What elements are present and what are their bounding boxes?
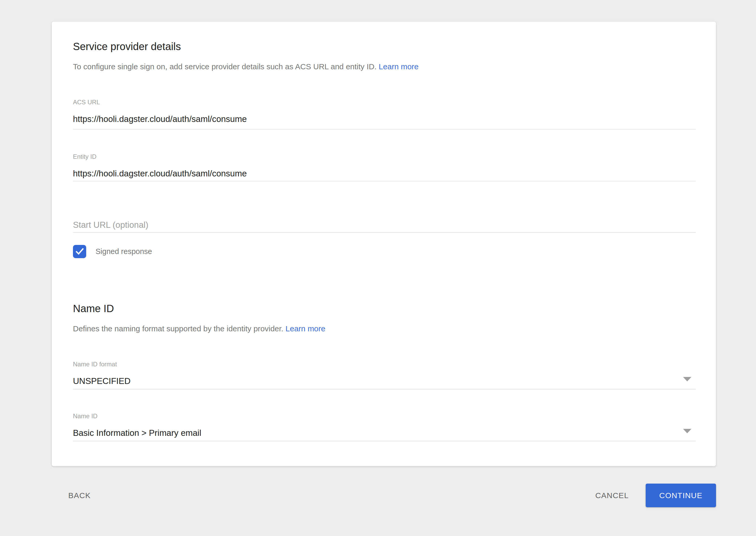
name-id-description: Defines the naming format supported by t… [73,323,696,334]
entity-id-field[interactable]: Entity ID https://hooli.dagster.cloud/au… [73,153,696,181]
back-button[interactable]: BACK [60,484,99,507]
learn-more-link-name-id[interactable]: Learn more [286,324,325,333]
acs-url-label: ACS URL [73,98,696,106]
chevron-down-icon[interactable] [683,377,691,382]
start-url-input[interactable] [73,219,696,231]
acs-url-value[interactable]: https://hooli.dagster.cloud/auth/saml/co… [73,114,696,125]
entity-id-value[interactable]: https://hooli.dagster.cloud/auth/saml/co… [73,168,696,179]
name-id-label: Name ID [73,412,696,420]
service-provider-description-text: To configure single sign on, add service… [73,62,377,71]
entity-id-label: Entity ID [73,153,696,161]
service-provider-description: To configure single sign on, add service… [73,61,696,72]
name-id-select[interactable]: Name ID Basic Information > Primary emai… [73,412,696,441]
name-id-value[interactable]: Basic Information > Primary email [73,427,696,439]
name-id-format-label: Name ID format [73,360,696,368]
name-id-format-value[interactable]: UNSPECIFIED [73,375,696,387]
acs-url-field[interactable]: ACS URL https://hooli.dagster.cloud/auth… [73,98,696,129]
checkmark-icon [75,248,84,256]
signed-response-checkbox[interactable] [73,245,86,258]
signed-response-label[interactable]: Signed response [95,247,152,256]
section-title-name-id: Name ID [73,302,696,315]
cancel-button[interactable]: CANCEL [587,484,637,507]
learn-more-link-service-provider[interactable]: Learn more [379,62,418,71]
name-id-format-select[interactable]: Name ID format UNSPECIFIED [73,360,696,389]
signed-response-row: Signed response [73,245,696,258]
name-id-description-text: Defines the naming format supported by t… [73,324,283,333]
start-url-field[interactable] [73,219,696,233]
continue-button[interactable]: CONTINUE [646,484,716,507]
service-provider-card: Service provider details To configure si… [52,21,716,466]
chevron-down-icon[interactable] [683,429,691,433]
section-title-service-provider-details: Service provider details [73,40,696,53]
